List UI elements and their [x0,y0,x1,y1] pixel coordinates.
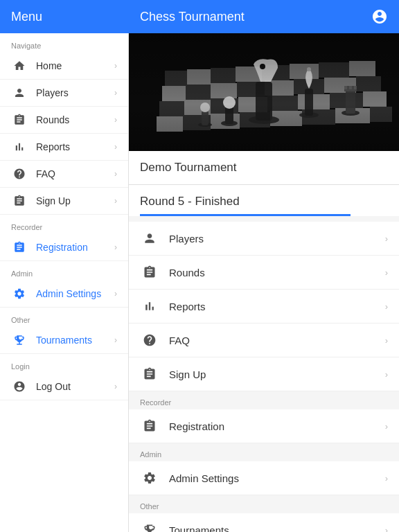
sidebar-item-logout[interactable]: Log Out › [0,373,128,400]
logout-chevron: › [114,382,117,391]
content-registration-icon [140,419,159,433]
sidebar-item-rounds[interactable]: Rounds › [0,107,128,134]
admin-settings-chevron: › [114,289,117,299]
other-label: Other [0,308,128,327]
registration-chevron: › [114,242,117,252]
sidebar-admin-settings-label: Admin Settings [36,288,114,299]
round-status-box: Round 5 - Finished [129,185,399,216]
content-item-rounds[interactable]: Rounds › [129,256,399,290]
players-chevron: › [114,88,117,98]
content-item-faq[interactable]: FAQ › [129,323,399,357]
sidebar-item-admin-settings[interactable]: Admin Settings › [0,281,128,308]
sidebar-tournaments-label: Tournaments [36,335,114,346]
header-menu-label: Menu [0,10,129,24]
sidebar-reports-label: Reports [36,141,114,152]
tournament-name: Demo Tournament [129,151,399,185]
clipboard-plus-icon [11,195,28,207]
header: Menu Chess Tournament [0,0,399,33]
content-rounds-label: Rounds [169,267,385,278]
content-players-label: Players [169,233,385,245]
content-item-signup[interactable]: Sign Up › [129,357,399,391]
content-area: Demo Tournament Round 5 - Finished Playe… [129,33,399,532]
sidebar-faq-label: FAQ [36,168,114,179]
content-item-reports[interactable]: Reports › [129,290,399,323]
recorder-label: Recorder [0,215,128,234]
home-chevron: › [114,61,117,71]
content-reports-chevron: › [385,301,388,312]
content-signup-icon [140,367,159,381]
sidebar: Navigate Home › Players › Rounds › [0,33,129,532]
content-rounds-chevron: › [385,267,388,278]
content-recorder-label: Recorder [129,391,399,409]
clipboard-icon [11,114,28,126]
person-icon [11,87,28,99]
content-signup-chevron: › [385,369,388,380]
content-question-icon [140,333,159,347]
content-admin-settings-label: Admin Settings [169,472,385,484]
sidebar-item-faq[interactable]: FAQ › [0,161,128,188]
sidebar-home-label: Home [36,60,114,71]
content-gear-icon [140,471,159,485]
content-admin-settings-chevron: › [385,473,388,484]
content-registration-chevron: › [385,421,388,432]
content-admin-label: Admin [129,443,399,461]
content-tournaments-label: Tournaments [169,524,385,533]
sidebar-signup-label: Sign Up [36,195,114,206]
svg-rect-51 [129,33,399,151]
header-title: Chess Tournament [129,10,366,24]
sidebar-item-home[interactable]: Home › [0,53,128,80]
content-item-registration[interactable]: Registration › [129,409,399,443]
sidebar-item-players[interactable]: Players › [0,80,128,107]
bar-chart-icon [11,141,28,153]
content-clipboard-icon [140,265,159,279]
sidebar-logout-label: Log Out [36,381,114,392]
tournaments-chevron: › [114,335,117,345]
content-person-icon [140,231,159,245]
home-icon [11,60,28,72]
login-label: Login [0,354,128,373]
account-icon[interactable] [366,8,393,25]
faq-chevron: › [114,169,117,179]
sidebar-registration-label: Registration [36,242,114,253]
content-reports-label: Reports [169,301,385,312]
content-faq-chevron: › [385,335,388,346]
content-players-chevron: › [385,233,388,244]
round-status-text: Round 5 - Finished [140,195,388,209]
registration-icon [11,241,28,254]
main-layout: Navigate Home › Players › Rounds › [0,33,399,532]
logout-icon [11,380,28,393]
question-icon [11,168,28,180]
content-trophy-icon [140,523,159,532]
reports-chevron: › [114,142,117,152]
sidebar-rounds-label: Rounds [36,114,114,125]
admin-label: Admin [0,261,128,281]
content-registration-label: Registration [169,420,385,432]
content-signup-label: Sign Up [169,369,385,380]
chess-image [129,33,399,151]
content-other-label: Other [129,495,399,513]
content-item-admin-settings[interactable]: Admin Settings › [129,461,399,495]
rounds-chevron: › [114,115,117,125]
content-item-players[interactable]: Players › [129,222,399,256]
content-barchart-icon [140,299,159,313]
sidebar-item-registration[interactable]: Registration › [0,234,128,261]
content-tournaments-chevron: › [385,525,388,533]
content-item-tournaments[interactable]: Tournaments › [129,513,399,532]
signup-chevron: › [114,196,117,206]
gear-icon [11,287,28,300]
sidebar-item-tournaments[interactable]: Tournaments › [0,327,128,354]
sidebar-item-reports[interactable]: Reports › [0,134,128,161]
trophy-icon [11,334,28,346]
sidebar-item-signup[interactable]: Sign Up › [0,188,128,215]
content-faq-label: FAQ [169,335,385,346]
sidebar-players-label: Players [36,87,114,98]
navigate-label: Navigate [0,33,128,53]
